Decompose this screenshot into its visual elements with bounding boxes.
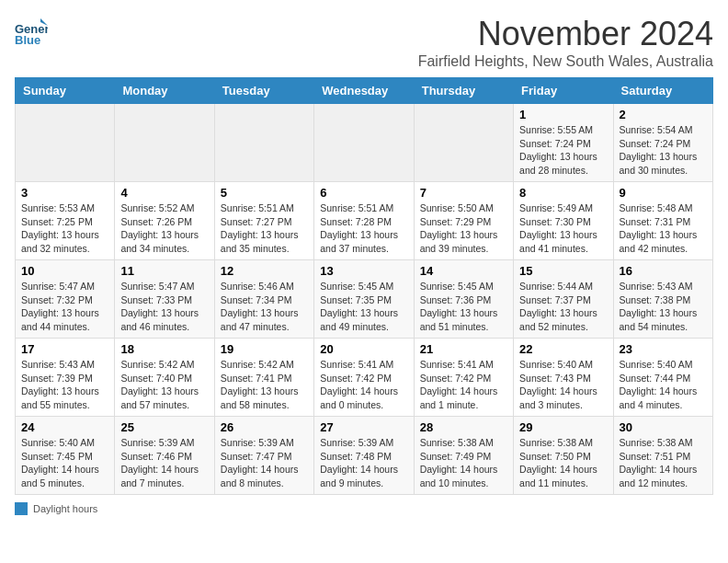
day-number: 10 <box>21 264 108 278</box>
calendar-week-row: 10Sunrise: 5:47 AM Sunset: 7:32 PM Dayli… <box>16 260 713 339</box>
day-info: Sunrise: 5:39 AM Sunset: 7:48 PM Dayligh… <box>320 436 407 490</box>
calendar-cell: 21Sunrise: 5:41 AM Sunset: 7:42 PM Dayli… <box>414 339 513 417</box>
calendar-cell: 22Sunrise: 5:40 AM Sunset: 7:43 PM Dayli… <box>514 339 613 417</box>
calendar-header-row: SundayMondayTuesdayWednesdayThursdayFrid… <box>16 78 713 104</box>
day-number: 24 <box>21 420 108 434</box>
calendar-cell: 5Sunrise: 5:51 AM Sunset: 7:27 PM Daylig… <box>214 182 313 260</box>
day-number: 9 <box>620 186 707 200</box>
logo: General Blue <box>15 15 51 48</box>
day-number: 23 <box>620 342 707 356</box>
day-info: Sunrise: 5:45 AM Sunset: 7:35 PM Dayligh… <box>320 280 407 334</box>
day-number: 8 <box>519 186 607 200</box>
day-number: 18 <box>120 342 208 356</box>
calendar-week-row: 1Sunrise: 5:55 AM Sunset: 7:24 PM Daylig… <box>16 104 713 182</box>
title-area: November 2024 Fairfield Heights, New Sou… <box>418 15 713 70</box>
calendar-cell <box>16 104 115 182</box>
day-info: Sunrise: 5:40 AM Sunset: 7:45 PM Dayligh… <box>21 436 108 490</box>
calendar-cell: 4Sunrise: 5:52 AM Sunset: 7:26 PM Daylig… <box>115 182 214 260</box>
day-info: Sunrise: 5:43 AM Sunset: 7:38 PM Dayligh… <box>620 280 707 334</box>
day-number: 6 <box>320 186 407 200</box>
day-number: 4 <box>120 186 208 200</box>
calendar-cell: 19Sunrise: 5:42 AM Sunset: 7:41 PM Dayli… <box>214 339 313 417</box>
calendar-cell: 14Sunrise: 5:45 AM Sunset: 7:36 PM Dayli… <box>414 260 513 339</box>
calendar-header-wednesday: Wednesday <box>314 78 414 104</box>
calendar-week-row: 24Sunrise: 5:40 AM Sunset: 7:45 PM Dayli… <box>16 417 713 495</box>
calendar-cell: 1Sunrise: 5:55 AM Sunset: 7:24 PM Daylig… <box>514 104 613 182</box>
day-number: 21 <box>420 342 507 356</box>
day-info: Sunrise: 5:46 AM Sunset: 7:34 PM Dayligh… <box>221 280 308 334</box>
calendar-cell: 2Sunrise: 5:54 AM Sunset: 7:24 PM Daylig… <box>613 104 712 182</box>
calendar-header-saturday: Saturday <box>613 78 712 104</box>
day-info: Sunrise: 5:53 AM Sunset: 7:25 PM Dayligh… <box>21 201 108 256</box>
location-subtitle: Fairfield Heights, New South Wales, Aust… <box>418 53 713 70</box>
calendar-week-row: 17Sunrise: 5:43 AM Sunset: 7:39 PM Dayli… <box>16 339 713 417</box>
calendar-cell: 13Sunrise: 5:45 AM Sunset: 7:35 PM Dayli… <box>314 260 414 339</box>
calendar-cell <box>214 104 313 182</box>
calendar-cell: 24Sunrise: 5:40 AM Sunset: 7:45 PM Dayli… <box>16 417 115 495</box>
day-number: 5 <box>221 186 308 200</box>
day-number: 20 <box>320 342 407 356</box>
calendar-cell: 17Sunrise: 5:43 AM Sunset: 7:39 PM Dayli… <box>16 339 115 417</box>
calendar-cell <box>314 104 414 182</box>
logo-icon: General Blue <box>15 15 48 48</box>
day-number: 12 <box>221 264 308 278</box>
day-number: 7 <box>420 186 507 200</box>
day-number: 11 <box>120 264 208 278</box>
calendar-cell: 30Sunrise: 5:38 AM Sunset: 7:51 PM Dayli… <box>613 417 712 495</box>
day-info: Sunrise: 5:40 AM Sunset: 7:44 PM Dayligh… <box>620 358 707 412</box>
calendar-cell: 3Sunrise: 5:53 AM Sunset: 7:25 PM Daylig… <box>16 182 115 260</box>
calendar-cell: 10Sunrise: 5:47 AM Sunset: 7:32 PM Dayli… <box>16 260 115 339</box>
day-info: Sunrise: 5:47 AM Sunset: 7:32 PM Dayligh… <box>21 280 108 334</box>
day-info: Sunrise: 5:39 AM Sunset: 7:47 PM Dayligh… <box>221 436 308 490</box>
day-number: 30 <box>620 420 707 434</box>
header: General Blue November 2024 Fairfield Hei… <box>15 15 713 70</box>
calendar-cell <box>414 104 513 182</box>
calendar-header-friday: Friday <box>514 78 613 104</box>
calendar-header-tuesday: Tuesday <box>214 78 313 104</box>
day-info: Sunrise: 5:42 AM Sunset: 7:41 PM Dayligh… <box>221 358 308 412</box>
day-number: 16 <box>620 264 707 278</box>
calendar-cell: 23Sunrise: 5:40 AM Sunset: 7:44 PM Dayli… <box>613 339 712 417</box>
day-number: 27 <box>320 420 407 434</box>
day-info: Sunrise: 5:44 AM Sunset: 7:37 PM Dayligh… <box>519 280 607 334</box>
day-info: Sunrise: 5:40 AM Sunset: 7:43 PM Dayligh… <box>519 358 607 412</box>
day-info: Sunrise: 5:41 AM Sunset: 7:42 PM Dayligh… <box>420 358 507 412</box>
calendar-cell: 6Sunrise: 5:51 AM Sunset: 7:28 PM Daylig… <box>314 182 414 260</box>
day-number: 19 <box>221 342 308 356</box>
day-info: Sunrise: 5:38 AM Sunset: 7:49 PM Dayligh… <box>420 436 507 490</box>
calendar-cell: 11Sunrise: 5:47 AM Sunset: 7:33 PM Dayli… <box>115 260 214 339</box>
day-number: 28 <box>420 420 507 434</box>
calendar-cell: 7Sunrise: 5:50 AM Sunset: 7:29 PM Daylig… <box>414 182 513 260</box>
calendar-cell: 27Sunrise: 5:39 AM Sunset: 7:48 PM Dayli… <box>314 417 414 495</box>
day-number: 2 <box>620 108 707 121</box>
day-number: 22 <box>519 342 607 356</box>
day-info: Sunrise: 5:38 AM Sunset: 7:51 PM Dayligh… <box>620 436 707 490</box>
calendar-header-sunday: Sunday <box>16 78 115 104</box>
legend-label: Daylight hours <box>33 503 97 514</box>
day-number: 17 <box>21 342 108 356</box>
day-info: Sunrise: 5:55 AM Sunset: 7:24 PM Dayligh… <box>519 123 607 178</box>
calendar-cell: 18Sunrise: 5:42 AM Sunset: 7:40 PM Dayli… <box>115 339 214 417</box>
day-info: Sunrise: 5:54 AM Sunset: 7:24 PM Dayligh… <box>620 123 707 178</box>
day-number: 15 <box>519 264 607 278</box>
calendar-cell <box>115 104 214 182</box>
day-info: Sunrise: 5:45 AM Sunset: 7:36 PM Dayligh… <box>420 280 507 334</box>
calendar-cell: 16Sunrise: 5:43 AM Sunset: 7:38 PM Dayli… <box>613 260 712 339</box>
day-number: 13 <box>320 264 407 278</box>
calendar-cell: 25Sunrise: 5:39 AM Sunset: 7:46 PM Dayli… <box>115 417 214 495</box>
day-info: Sunrise: 5:38 AM Sunset: 7:50 PM Dayligh… <box>519 436 607 490</box>
day-number: 1 <box>519 108 607 121</box>
day-info: Sunrise: 5:51 AM Sunset: 7:28 PM Dayligh… <box>320 201 407 256</box>
calendar-cell: 20Sunrise: 5:41 AM Sunset: 7:42 PM Dayli… <box>314 339 414 417</box>
day-info: Sunrise: 5:51 AM Sunset: 7:27 PM Dayligh… <box>221 201 308 256</box>
calendar-cell: 29Sunrise: 5:38 AM Sunset: 7:50 PM Dayli… <box>514 417 613 495</box>
calendar-cell: 26Sunrise: 5:39 AM Sunset: 7:47 PM Dayli… <box>214 417 313 495</box>
calendar-cell: 9Sunrise: 5:48 AM Sunset: 7:31 PM Daylig… <box>613 182 712 260</box>
day-info: Sunrise: 5:48 AM Sunset: 7:31 PM Dayligh… <box>620 201 707 256</box>
day-info: Sunrise: 5:39 AM Sunset: 7:46 PM Dayligh… <box>120 436 208 490</box>
calendar-week-row: 3Sunrise: 5:53 AM Sunset: 7:25 PM Daylig… <box>16 182 713 260</box>
day-number: 29 <box>519 420 607 434</box>
month-title: November 2024 <box>418 15 713 53</box>
calendar-cell: 12Sunrise: 5:46 AM Sunset: 7:34 PM Dayli… <box>214 260 313 339</box>
day-number: 3 <box>21 186 108 200</box>
